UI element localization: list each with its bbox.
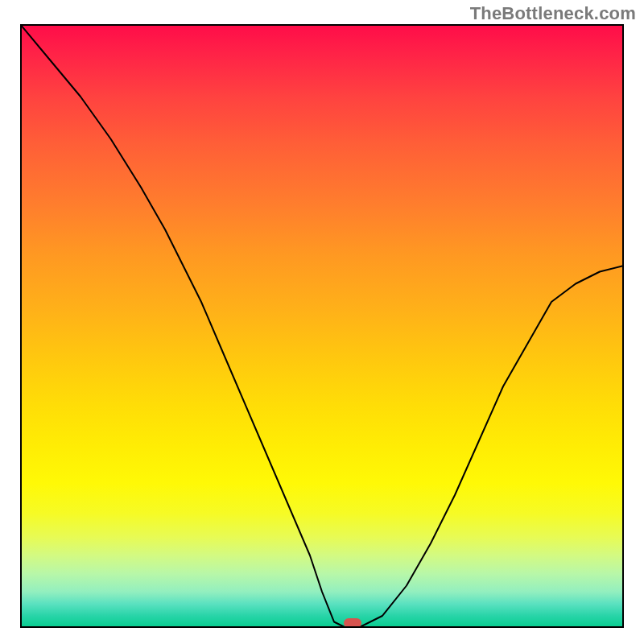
min-point-marker (344, 618, 361, 628)
bottleneck-curve (20, 24, 624, 628)
chart-container: TheBottleneck.com (0, 0, 644, 644)
watermark-text: TheBottleneck.com (470, 3, 636, 24)
plot-area (20, 24, 624, 628)
